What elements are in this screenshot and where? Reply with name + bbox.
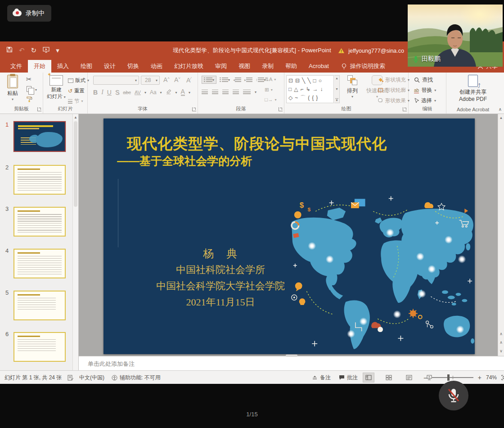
tab-design[interactable]: 设计 bbox=[98, 60, 122, 73]
language-indicator[interactable]: 中文(中国) bbox=[79, 371, 104, 384]
collapse-ribbon-icon[interactable]: ∧ bbox=[499, 107, 502, 112]
reset-button[interactable]: ↺ 重置 bbox=[68, 87, 85, 94]
tab-home[interactable]: 开始 bbox=[28, 60, 51, 73]
tab-review[interactable]: 审阅 bbox=[209, 60, 233, 73]
drawing-dialog-launcher[interactable] bbox=[403, 107, 407, 111]
zoom-level[interactable]: 74% bbox=[486, 374, 497, 381]
select-button[interactable]: 选择▾ bbox=[414, 97, 436, 105]
shape-fill-button[interactable]: 形状填充▾ bbox=[378, 77, 410, 83]
zoom-slider[interactable] bbox=[432, 377, 473, 378]
change-case-button[interactable]: Aa bbox=[150, 89, 157, 96]
align-text-button[interactable]: ⊞▾ bbox=[265, 87, 273, 93]
slide-canvas[interactable]: 现代化类型学、阶段论与中国式现代化 ——基于全球社会学的分析 杨 典 中国社科院… bbox=[104, 118, 475, 354]
underline-button[interactable]: U bbox=[107, 89, 112, 96]
shapes-gallery-scroll[interactable]: ▲ ▼ ▼ bbox=[334, 75, 340, 103]
notes-splitter-handle[interactable] bbox=[286, 355, 297, 357]
italic-button[interactable]: I bbox=[101, 89, 104, 96]
font-size-combo[interactable]: 28▾ bbox=[141, 76, 160, 85]
cut-icon[interactable]: ✂ bbox=[26, 75, 32, 83]
thumbnail-slide-5[interactable] bbox=[14, 291, 66, 320]
account-info[interactable]: jeffyoung777@sina.co bbox=[338, 41, 404, 60]
slide-sorter-view-button[interactable] bbox=[383, 373, 395, 382]
new-slide-button[interactable]: 新建 幻灯片 ▾ bbox=[45, 75, 68, 100]
tab-file[interactable]: 文件 bbox=[4, 60, 28, 73]
mute-button[interactable] bbox=[439, 381, 468, 410]
tab-help[interactable]: 帮助 bbox=[279, 60, 303, 73]
shapes-gallery[interactable]: ⊡⊟╲╲□○ □△⌐↳→↓ ◇~⌒({} bbox=[286, 75, 334, 103]
webcam-video[interactable]: 田毅鹏 bbox=[408, 5, 503, 67]
justify-button[interactable] bbox=[233, 90, 239, 94]
align-left-button[interactable] bbox=[202, 90, 208, 94]
font-dialog-launcher[interactable] bbox=[192, 107, 196, 111]
zoom-out-icon[interactable]: − bbox=[423, 374, 428, 382]
notes-toggle[interactable]: 备注 bbox=[312, 371, 331, 384]
copy-icon[interactable] bbox=[27, 86, 32, 92]
columns-dropdown-icon[interactable]: ▾ bbox=[255, 90, 256, 94]
tab-insert[interactable]: 插入 bbox=[51, 60, 75, 73]
gallery-more-icon[interactable]: ▼ bbox=[335, 98, 338, 102]
thumbnail-slide-3[interactable] bbox=[14, 207, 66, 237]
columns-button[interactable] bbox=[243, 90, 251, 94]
thumbnail-scrollbar[interactable]: ▲ bbox=[72, 114, 78, 370]
find-button[interactable]: 查找 bbox=[414, 76, 433, 84]
scroll-up-icon[interactable]: ▲ bbox=[73, 115, 78, 119]
fit-to-window-icon[interactable] bbox=[501, 375, 504, 380]
replace-button[interactable]: ab 替换▾ bbox=[414, 87, 436, 94]
numbering-button[interactable]: ▾ bbox=[220, 77, 230, 82]
strikethrough-button[interactable]: abc bbox=[123, 90, 131, 95]
clear-formatting-icon[interactable]: A⁄ bbox=[186, 76, 191, 84]
clipboard-dialog-launcher[interactable] bbox=[37, 107, 41, 111]
shape-outline-button[interactable]: 形状轮廓▾ bbox=[378, 87, 410, 94]
convert-smartart-button[interactable]: □→▾ bbox=[265, 97, 276, 102]
thumbnail-slide-4[interactable] bbox=[14, 249, 66, 278]
section-button[interactable]: 节▾ bbox=[68, 98, 83, 105]
copy-dropdown-icon[interactable]: ▾ bbox=[35, 88, 37, 92]
editor-scrollbar[interactable]: ▲ ∧∧∨ bbox=[498, 114, 504, 356]
normal-view-button[interactable] bbox=[363, 373, 374, 382]
shrink-font-icon[interactable]: A˅ bbox=[174, 76, 180, 83]
arrange-button[interactable]: 排列 ▾ bbox=[342, 75, 363, 99]
scroll-up-icon[interactable]: ▲ bbox=[498, 116, 504, 120]
tab-record[interactable]: 录制 bbox=[256, 60, 279, 73]
font-name-combo[interactable]: ▾ bbox=[93, 76, 139, 85]
text-shadow-button[interactable]: S bbox=[115, 89, 119, 96]
notes-pane[interactable]: 单击此处添加备注 bbox=[79, 356, 504, 370]
increase-indent-button[interactable]: ▸ bbox=[244, 77, 252, 82]
char-spacing-button[interactable]: AV bbox=[135, 90, 141, 95]
paragraph-dialog-launcher[interactable] bbox=[279, 107, 283, 111]
layout-button[interactable]: 版式▾ bbox=[68, 77, 89, 84]
tab-animations[interactable]: 动画 bbox=[145, 60, 168, 73]
spellcheck-icon[interactable] bbox=[68, 371, 73, 384]
zoom-slider-knob[interactable] bbox=[447, 374, 450, 381]
thumbnail-slide-2[interactable] bbox=[14, 165, 66, 195]
format-painter-icon[interactable] bbox=[26, 96, 33, 104]
scroll-thumb[interactable] bbox=[74, 121, 77, 207]
gallery-up-icon[interactable]: ▲ bbox=[335, 77, 338, 80]
tab-slideshow[interactable]: 幻灯片放映 bbox=[168, 60, 209, 73]
bold-button[interactable]: B bbox=[93, 89, 98, 96]
align-center-button[interactable] bbox=[212, 90, 218, 94]
tab-transitions[interactable]: 切换 bbox=[122, 60, 145, 73]
thumbnail-slide-1[interactable] bbox=[14, 121, 66, 152]
reading-view-button[interactable] bbox=[403, 373, 415, 382]
font-color-button[interactable]: A bbox=[181, 89, 185, 96]
create-pdf-button[interactable]: 创建并共享 Adobe PDF bbox=[455, 75, 490, 102]
align-right-button[interactable] bbox=[222, 90, 229, 94]
thumbnail-slide-6[interactable] bbox=[14, 332, 66, 362]
grow-font-icon[interactable]: A˄ bbox=[163, 76, 170, 83]
tab-acrobat[interactable]: Acrobat bbox=[303, 60, 335, 73]
decrease-indent-button[interactable]: ◂ bbox=[233, 77, 241, 82]
zoom-in-icon[interactable]: + bbox=[478, 374, 482, 381]
tell-me-search[interactable]: 操作说明搜索 bbox=[341, 60, 385, 73]
comments-toggle[interactable]: 批注 bbox=[339, 371, 358, 384]
bullets-button[interactable]: ▾ bbox=[202, 76, 216, 84]
gallery-down-icon[interactable]: ▼ bbox=[335, 87, 338, 91]
accessibility-status[interactable]: 辅助功能: 不可用 bbox=[112, 371, 161, 384]
tab-view[interactable]: 视图 bbox=[233, 60, 256, 73]
paste-button[interactable]: 粘贴 ▾ bbox=[3, 75, 22, 101]
text-direction-button[interactable]: ⇅A▾ bbox=[265, 76, 276, 82]
shape-effects-button[interactable]: 形状效果▾ bbox=[378, 97, 410, 104]
slide-nav-buttons[interactable]: ∧∧∨ bbox=[498, 332, 504, 353]
slide-counter[interactable]: 幻灯片 第 1 张, 共 24 张 bbox=[4, 371, 62, 384]
tab-draw[interactable]: 绘图 bbox=[75, 60, 98, 73]
